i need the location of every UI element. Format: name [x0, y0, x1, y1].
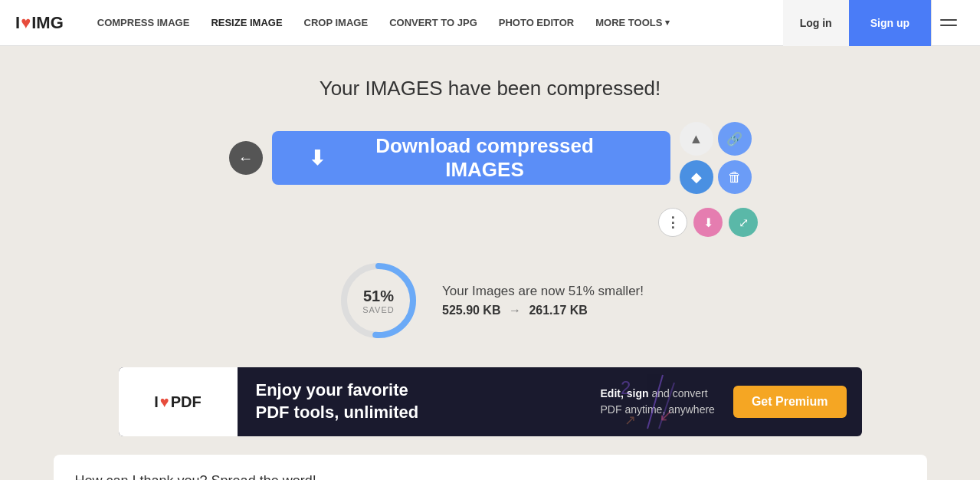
small-resize-icon: ⤢ — [739, 215, 749, 230]
more-options-button[interactable]: ⋮ — [658, 208, 687, 237]
save-to-dropbox-button[interactable]: ◆ — [680, 160, 713, 194]
ad-text: Enjoy your favorite PDF tools, unlimited — [238, 380, 582, 423]
stats-sizes: 525.90 KB → 261.17 KB — [442, 304, 644, 317]
hamburger-line — [940, 19, 957, 21]
compression-circle: 51% SAVED — [336, 258, 421, 343]
download-button-label: Download compressed IMAGES — [336, 134, 634, 182]
back-arrow-icon: ← — [238, 150, 254, 167]
ad-logo-pdf: PDF — [171, 393, 202, 411]
navbar: I ♥ IMG COMPRESS IMAGE RESIZE IMAGE CROP… — [0, 0, 980, 46]
save-to-drive-button[interactable]: ▲ — [680, 122, 713, 156]
action-icons-bottom-row: ◆ 🗑 — [680, 160, 752, 194]
action-icons-top-row: ▲ 🔗 — [680, 122, 752, 156]
spread-box: How can I thank you? Spread the word! — [54, 455, 927, 480]
small-download-icon: ⬇ — [703, 215, 713, 230]
stats-text: Your Images are now 51% smaller! 525.90 … — [442, 284, 644, 317]
nav-compress-image[interactable]: COMPRESS IMAGE — [87, 17, 201, 28]
original-size: 525.90 KB — [442, 304, 501, 317]
compressed-size: 261.17 KB — [529, 304, 588, 317]
ad-sub-rest: and convert — [651, 387, 707, 399]
signup-button[interactable]: Sign up — [849, 0, 931, 46]
small-action-row: ⋮ ⬇ ⤢ — [658, 208, 758, 237]
page-title: Your IMAGES have been compressed! — [320, 77, 661, 100]
nav-crop-image[interactable]: CROP IMAGE — [293, 17, 379, 28]
chevron-down-icon: ▾ — [665, 18, 670, 28]
logo-img: IMG — [31, 13, 64, 33]
main-content: Your IMAGES have been compressed! ← ⬇ Do… — [0, 46, 980, 480]
saved-label: SAVED — [362, 305, 394, 314]
ad-logo: I ♥ PDF — [119, 367, 238, 436]
nav-links: COMPRESS IMAGE RESIZE IMAGE CROP IMAGE C… — [87, 17, 783, 28]
ad-sub-text: Edit, sign and convert PDF anytime, anyw… — [582, 386, 733, 418]
ad-logo-heart-icon: ♥ — [160, 393, 169, 411]
delete-button[interactable]: 🗑 — [718, 160, 752, 194]
download-button[interactable]: ⬇ Download compressed IMAGES — [272, 131, 670, 185]
nav-right: Log in Sign up — [783, 0, 965, 46]
logo[interactable]: I ♥ IMG — [15, 13, 64, 33]
menu-hamburger[interactable] — [931, 0, 965, 46]
hamburger-line — [940, 25, 957, 26]
dots-icon: ⋮ — [666, 214, 680, 231]
logo-i: I — [15, 13, 20, 33]
dropbox-icon: ◆ — [691, 169, 702, 186]
download-row: ← ⬇ Download compressed IMAGES ▲ 🔗 ◆ 🗑 — [229, 122, 752, 194]
small-resize-button[interactable]: ⤢ — [729, 208, 758, 237]
ad-banner: I ♥ PDF Enjoy your favorite PDF tools, u… — [119, 367, 862, 436]
percent-value: 51% — [362, 288, 394, 305]
stats-description: Your Images are now 51% smaller! — [442, 284, 644, 299]
ad-title-line1: Enjoy your favorite — [256, 380, 564, 402]
back-button[interactable]: ← — [229, 141, 263, 175]
nav-photo-editor[interactable]: PHOTO EDITOR — [488, 17, 585, 28]
nav-resize-image[interactable]: RESIZE IMAGE — [200, 17, 293, 28]
drive-icon: ▲ — [690, 131, 703, 147]
ad-sub-line2: PDF anytime, anywhere — [601, 402, 715, 418]
logo-heart-icon: ♥ — [21, 13, 31, 33]
action-icons: ▲ 🔗 ◆ 🗑 — [680, 122, 752, 194]
download-icon: ⬇ — [309, 146, 326, 170]
nav-more-tools[interactable]: MORE TOOLS ▾ — [585, 17, 680, 28]
ad-sub-bold: Edit, sign — [601, 387, 649, 399]
spread-title: How can I thank you? Spread the word! — [75, 473, 316, 480]
ad-sub-line1: Edit, sign and convert — [601, 386, 715, 402]
copy-link-button[interactable]: 🔗 — [718, 122, 752, 156]
login-button[interactable]: Log in — [783, 0, 849, 46]
arrow-icon: → — [509, 304, 524, 317]
ad-logo-i: I — [154, 393, 159, 411]
stats-row: 51% SAVED Your Images are now 51% smalle… — [336, 258, 644, 343]
small-download-button[interactable]: ⬇ — [693, 208, 723, 237]
trash-icon: 🗑 — [728, 169, 742, 186]
get-premium-button[interactable]: Get Premium — [733, 386, 847, 418]
nav-convert-to-jpg[interactable]: CONVERT TO JPG — [379, 17, 488, 28]
circle-text: 51% SAVED — [362, 288, 394, 314]
ad-title-line2: PDF tools, unlimited — [256, 402, 564, 424]
link-icon: 🔗 — [726, 131, 742, 147]
